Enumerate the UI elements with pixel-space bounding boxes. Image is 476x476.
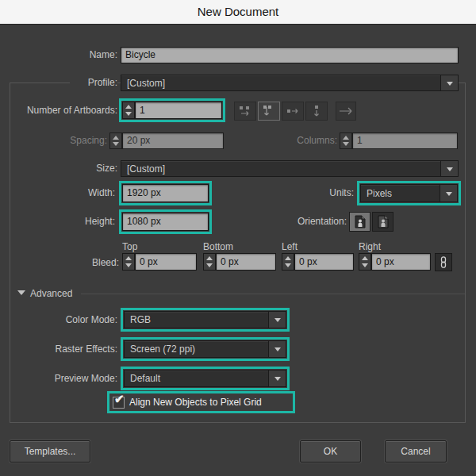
preview-mode-value: Default <box>130 370 265 386</box>
preview-mode-dropdown[interactable]: Default <box>124 370 286 387</box>
portrait-page-icon <box>355 215 366 228</box>
name-input[interactable]: Bicycle <box>121 47 459 63</box>
bleed-left-input[interactable]: 0 px <box>294 253 354 271</box>
arrange-by-column-button[interactable] <box>305 102 328 121</box>
spin-up-icon[interactable] <box>362 256 368 260</box>
profile-value: [Custom] <box>127 75 437 90</box>
raster-effects-value: Screen (72 ppi) <box>130 341 265 357</box>
width-input[interactable]: 1920 px <box>122 184 209 202</box>
columns-spinner[interactable] <box>340 132 352 149</box>
units-label: Units: <box>301 185 354 202</box>
spin-down-icon[interactable] <box>206 263 213 267</box>
dialog-title: New Document <box>0 0 476 24</box>
spin-down-icon[interactable] <box>125 112 132 116</box>
chevron-down-icon <box>447 167 453 171</box>
spin-up-icon[interactable] <box>285 256 291 260</box>
spin-down-icon[interactable] <box>285 263 291 267</box>
bleed-top-label: Top <box>122 241 170 252</box>
arrange-by-row-icon <box>286 106 299 116</box>
height-label: Height: <box>44 213 115 230</box>
spin-up-icon[interactable] <box>125 256 132 260</box>
profile-dropdown-button[interactable] <box>440 75 458 90</box>
bleed-top-input[interactable]: 0 px <box>135 253 197 271</box>
new-document-dialog: New Document Name: Bicycle Profile: [Cus… <box>0 0 476 476</box>
chain-link-icon <box>440 256 447 268</box>
spin-up-icon[interactable] <box>113 136 119 140</box>
height-input[interactable]: 1080 px <box>122 213 209 231</box>
size-dropdown[interactable]: [Custom] <box>121 160 459 177</box>
name-label: Name: <box>16 47 117 63</box>
triangle-down-icon[interactable] <box>17 290 25 295</box>
artboards-spinner[interactable] <box>122 102 135 119</box>
pixel-grid-checkbox[interactable]: ✔ <box>113 397 125 409</box>
bleed-link-button[interactable] <box>435 253 452 271</box>
spin-down-icon[interactable] <box>125 263 132 267</box>
bleed-left-label: Left <box>282 241 329 252</box>
color-mode-dropdown[interactable]: RGB <box>124 311 286 328</box>
color-mode-label: Color Mode: <box>32 312 117 328</box>
size-dropdown-button[interactable] <box>440 161 458 176</box>
grid-by-row-button[interactable] <box>234 102 256 121</box>
spin-down-icon[interactable] <box>362 263 368 267</box>
templates-button[interactable]: Templates... <box>10 440 90 463</box>
bleed-right-label: Right <box>359 241 406 252</box>
spin-down-icon[interactable] <box>343 142 349 146</box>
bleed-left-spinner[interactable] <box>282 253 294 271</box>
columns-label: Columns: <box>270 132 337 149</box>
bleed-right-spinner[interactable] <box>359 253 371 271</box>
color-mode-value: RGB <box>130 312 265 328</box>
pixel-grid-label: Align New Objects to Pixel Grid <box>129 397 262 408</box>
orientation-landscape-button[interactable] <box>372 212 393 232</box>
units-value: Pixels <box>367 185 436 202</box>
units-dropdown-button[interactable] <box>440 185 457 202</box>
artboards-label: Number of Artboards: <box>8 102 117 118</box>
units-dropdown[interactable]: Pixels <box>360 184 458 202</box>
color-mode-highlight: RGB <box>121 308 290 332</box>
grid-by-column-icon <box>263 105 275 117</box>
bleed-top-spinner[interactable] <box>122 253 135 271</box>
artboards-input[interactable]: 1 <box>135 102 222 119</box>
advanced-section-label[interactable]: Advanced <box>30 286 86 302</box>
spacing-input[interactable]: 20 px <box>122 132 224 149</box>
preview-mode-dropdown-button[interactable] <box>268 370 286 386</box>
color-mode-dropdown-button[interactable] <box>268 312 286 328</box>
bleed-bottom-input[interactable]: 0 px <box>216 253 276 271</box>
grid-by-row-icon <box>239 106 251 117</box>
raster-effects-label: Raster Effects: <box>24 341 117 358</box>
artboard-arrangement-buttons <box>234 102 328 121</box>
cancel-button[interactable]: Cancel <box>385 440 447 463</box>
bleed-right-input[interactable]: 0 px <box>371 253 431 271</box>
check-icon: ✔ <box>114 393 125 405</box>
arrange-by-row-button[interactable] <box>282 102 304 121</box>
width-highlight: 1920 px <box>119 181 212 205</box>
profile-dropdown[interactable]: [Custom] <box>121 75 459 91</box>
spin-up-icon[interactable] <box>125 105 132 109</box>
preview-mode-highlight: Default <box>121 367 290 390</box>
artboards-highlight: 1 <box>119 98 225 122</box>
spin-up-icon[interactable] <box>206 256 213 260</box>
chevron-down-icon <box>446 192 452 196</box>
profile-label: Profile: <box>70 75 117 91</box>
bleed-bottom-spinner[interactable] <box>203 253 216 271</box>
pixel-grid-highlight: ✔ Align New Objects to Pixel Grid <box>107 391 295 413</box>
advanced-separator <box>81 294 465 294</box>
raster-effects-dropdown[interactable]: Screen (72 ppi) <box>124 340 286 358</box>
orientation-portrait-button[interactable] <box>349 212 370 232</box>
spin-up-icon[interactable] <box>343 136 349 140</box>
orientation-label: Orientation: <box>262 213 347 230</box>
width-label: Width: <box>48 185 115 202</box>
ok-button[interactable]: OK <box>300 440 361 463</box>
arrange-by-column-icon <box>312 105 321 117</box>
spin-down-icon[interactable] <box>113 142 119 146</box>
raster-effects-dropdown-button[interactable] <box>268 341 286 357</box>
height-highlight: 1080 px <box>119 209 212 234</box>
columns-input[interactable]: 1 <box>352 132 458 149</box>
layout-direction-button[interactable] <box>336 102 356 121</box>
spacing-label: Spacing: <box>32 132 107 149</box>
spacing-spinner[interactable] <box>109 132 122 149</box>
landscape-page-icon <box>378 215 389 228</box>
grid-by-column-button[interactable] <box>258 102 280 121</box>
chevron-down-icon <box>274 377 281 381</box>
bleed-label: Bleed: <box>48 255 119 271</box>
chevron-down-icon <box>274 318 281 322</box>
